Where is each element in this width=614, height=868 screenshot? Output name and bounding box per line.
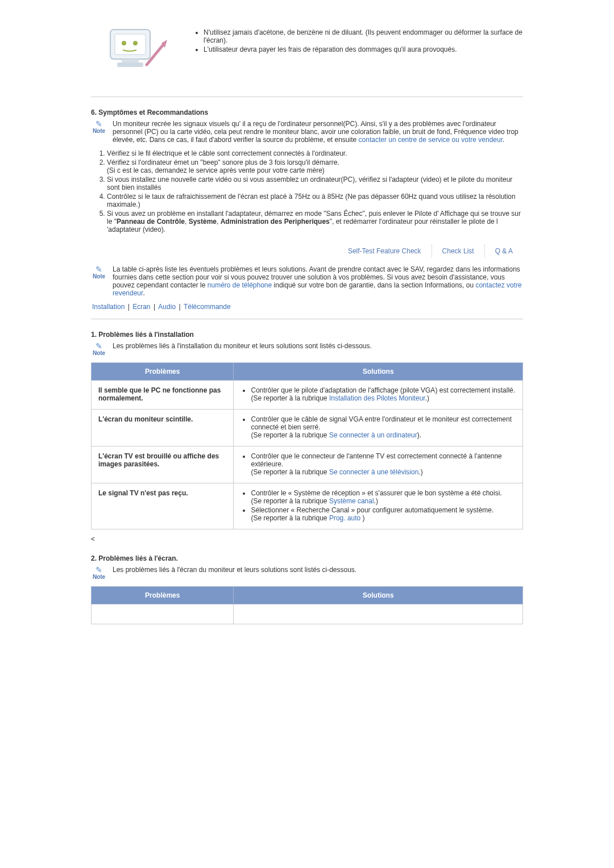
bullet-item: L'utilisateur devra payer les frais de r… bbox=[204, 45, 523, 53]
table-screen-problems: Problèmes Solutions bbox=[91, 586, 523, 624]
col-header-problems: Problèmes bbox=[92, 587, 234, 604]
tab-self-test[interactable]: Self-Test Feature Check bbox=[338, 245, 432, 257]
link-channel-system[interactable]: Système canal bbox=[329, 497, 374, 505]
link-driver-install[interactable]: Installation des Pilotes Moniteur bbox=[329, 394, 425, 402]
list-item: Si vous avez un problème en installant l… bbox=[107, 210, 523, 233]
problem-cell: L'écran du moniteur scintille. bbox=[92, 410, 234, 446]
divider bbox=[91, 319, 523, 319]
svg-point-3 bbox=[133, 41, 138, 45]
tab-qa[interactable]: Q & A bbox=[485, 245, 523, 257]
note-block: ✎ Note Les problèmes liés à l'installati… bbox=[91, 342, 523, 357]
col-header-solutions: Solutions bbox=[234, 363, 523, 381]
list-item: Vérifiez si l'ordinateur émet un "beep" … bbox=[107, 158, 523, 174]
note-block: ✎ Note Les problèmes liés à l'écran du m… bbox=[91, 566, 523, 581]
list-item: Contrôlez si le taux de rafraichissement… bbox=[107, 193, 523, 208]
link-connect-computer[interactable]: Se connecter à un ordinateur bbox=[329, 431, 417, 439]
note-block: ✎ Note La table ci-après liste les évent… bbox=[91, 265, 523, 297]
note-text: Les problèmes liés à l'installation du m… bbox=[113, 342, 523, 350]
table-row: Le signal TV n'est pas reçu. Contrôler l… bbox=[92, 483, 523, 529]
table-row bbox=[92, 604, 523, 624]
link-audio[interactable]: Audio bbox=[158, 303, 176, 311]
note-icon: ✎ Note bbox=[91, 121, 107, 135]
list-item: Si vous installez une nouvelle carte vid… bbox=[107, 176, 523, 191]
document-page: N'utilisez jamais d'acétone, de benzène … bbox=[91, 0, 523, 653]
phone-number-link[interactable]: numéro de téléphone bbox=[208, 281, 272, 289]
divider bbox=[91, 97, 523, 97]
section-nav-links: Installation | Ecran | Audio | Télécomma… bbox=[91, 303, 523, 311]
solution-cell: Contrôler que le connecteur de l'antenne… bbox=[234, 446, 523, 483]
col-header-problems: Problèmes bbox=[92, 363, 234, 381]
note-block: ✎ Note Un moniteur recrée les signaux vi… bbox=[91, 120, 523, 144]
problem-cell bbox=[92, 604, 234, 624]
note-text: Les problèmes liés à l'écran du moniteur… bbox=[113, 566, 523, 574]
svg-rect-4 bbox=[122, 59, 139, 62]
tab-check-list[interactable]: Check List bbox=[432, 245, 485, 257]
link-telecommande[interactable]: Télécommande bbox=[184, 303, 231, 311]
problem-cell: Il semble que le PC ne fonctionne pas no… bbox=[92, 381, 234, 410]
link-connect-tv[interactable]: Se connecter à une télévision bbox=[329, 468, 418, 476]
symptom-list: Vérifiez si le fil électrique et le câbl… bbox=[91, 149, 523, 233]
svg-point-2 bbox=[122, 41, 126, 45]
monitor-wand-illustration bbox=[102, 23, 171, 80]
note-text: Un moniteur recrée les signaux visuels q… bbox=[113, 120, 523, 144]
section-2-heading: 2. Problèmes liés à l'écran. bbox=[91, 554, 523, 562]
solution-cell: Contrôler que le câble de signal VGA ent… bbox=[234, 410, 523, 446]
note-text: La table ci-après liste les éventuels pr… bbox=[113, 265, 523, 297]
problem-cell: L'écran TV est brouillé ou affiche des i… bbox=[92, 446, 234, 483]
top-row: N'utilisez jamais d'acétone, de benzène … bbox=[91, 23, 523, 80]
col-header-solutions: Solutions bbox=[234, 587, 523, 604]
link-ecran[interactable]: Ecran bbox=[132, 303, 150, 311]
link-installation[interactable]: Installation bbox=[92, 303, 125, 311]
section-1-heading: 1. Problèmes liés à l'installation bbox=[91, 331, 523, 339]
top-bullets: N'utilisez jamais d'acétone, de benzène … bbox=[193, 23, 523, 55]
solution-cell: Contrôler le « Système de réception » et… bbox=[234, 483, 523, 529]
tabs-bar: Self-Test Feature Check Check List Q & A bbox=[91, 245, 523, 257]
note-icon: ✎ Note bbox=[91, 343, 107, 357]
list-item: Vérifiez si le fil électrique et le câbl… bbox=[107, 149, 523, 157]
svg-rect-5 bbox=[117, 62, 143, 67]
section-6-heading: 6. Symptômes et Recommandations bbox=[91, 108, 523, 116]
table-row: L'écran TV est brouillé ou affiche des i… bbox=[92, 446, 523, 483]
table-installation-problems: Problèmes Solutions Il semble que le PC … bbox=[91, 362, 523, 529]
stray-angle-bracket: < bbox=[91, 535, 523, 543]
note-icon: ✎ Note bbox=[91, 567, 107, 581]
note-icon: ✎ Note bbox=[91, 266, 107, 280]
table-row: Il semble que le PC ne fonctionne pas no… bbox=[92, 381, 523, 410]
service-center-link[interactable]: contacter un centre de service ou votre … bbox=[359, 136, 503, 144]
link-prog-auto[interactable]: Prog. auto bbox=[329, 514, 360, 522]
bullet-item: N'utilisez jamais d'acétone, de benzène … bbox=[204, 28, 523, 44]
table-row: L'écran du moniteur scintille. Contrôler… bbox=[92, 410, 523, 446]
problem-cell: Le signal TV n'est pas reçu. bbox=[92, 483, 234, 529]
solution-cell: Contrôler que le pilote d'adaptation de … bbox=[234, 381, 523, 410]
solution-cell bbox=[234, 604, 523, 624]
